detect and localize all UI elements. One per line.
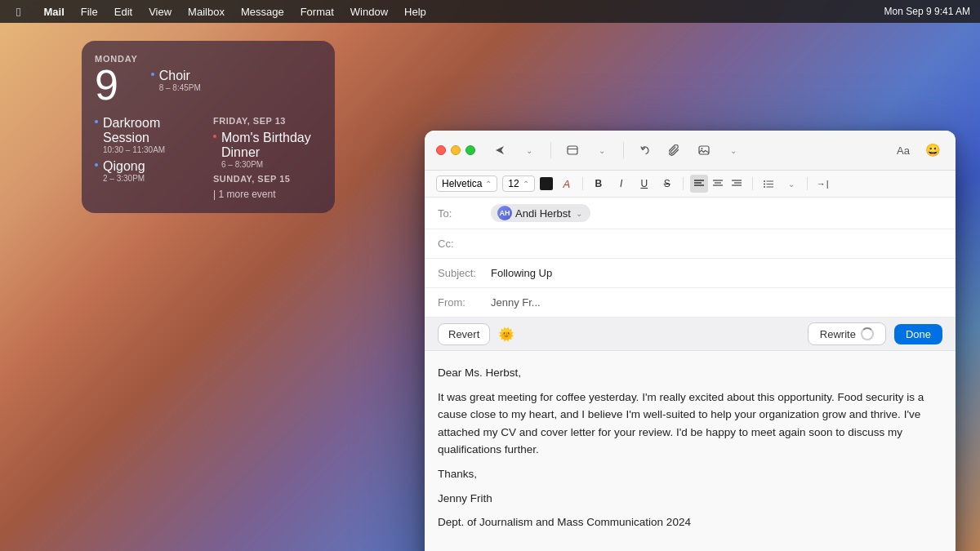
menu-bar:  Mail File Edit View Mailbox Message Fo… — [0, 0, 980, 23]
ai-revert-button[interactable]: Revert — [438, 323, 490, 345]
recipient-chip[interactable]: AH Andi Herbst ⌄ — [491, 204, 590, 222]
menu-help[interactable]: Help — [398, 4, 433, 20]
svg-point-3 — [702, 148, 703, 149]
recipient-chevron-icon: ⌄ — [576, 209, 582, 218]
format-options-chevron[interactable]: ⌄ — [590, 139, 613, 162]
cal-dot-choir — [151, 73, 154, 76]
font-name: Helvetica — [442, 178, 482, 189]
cc-label: Cc: — [438, 238, 491, 250]
menu-format[interactable]: Format — [294, 4, 341, 20]
size-chevron-icon: ⌃ — [523, 180, 529, 189]
cal-left-col: Darkroom Session 10:30 – 11:30AM Qigong … — [95, 116, 203, 200]
cal-event-time-choir: 8 – 8:45PM — [159, 83, 201, 92]
cal-darkroom: Darkroom Session 10:30 – 11:30AM — [95, 116, 203, 154]
cal-monday-events: Choir 8 – 8:45PM — [151, 54, 322, 106]
body-closing: Thanks, — [438, 465, 942, 483]
menu-mail[interactable]: Mail — [37, 4, 70, 20]
recipient-name: Andi Herbst — [515, 207, 571, 220]
cal-more-events: 1 more event — [213, 189, 322, 200]
menu-view[interactable]: View — [142, 4, 178, 20]
font-select[interactable]: Helvetica ⌃ — [436, 176, 497, 192]
cal-right-col: FRIDAY, SEP 13 Mom's Birthday Dinner 6 –… — [213, 116, 322, 200]
list-chevron[interactable]: ⌄ — [782, 175, 800, 193]
subject-field-row[interactable]: Subject: Following Up — [425, 259, 956, 288]
body-salutation: Dear Ms. Herbst, — [438, 364, 942, 382]
send-chevron[interactable]: ⌄ — [518, 139, 541, 162]
maximize-button[interactable] — [466, 145, 475, 155]
align-group — [690, 175, 746, 193]
ai-done-button[interactable]: Done — [894, 324, 942, 344]
menu-window[interactable]: Window — [344, 4, 394, 20]
cal-qigong-time: 2 – 3:30PM — [103, 174, 145, 183]
size-select[interactable]: 12 ⌃ — [502, 176, 534, 192]
traffic-lights — [436, 145, 475, 155]
menu-mailbox[interactable]: Mailbox — [181, 4, 231, 20]
emoji-button[interactable]: 😀 — [921, 139, 944, 162]
photos-button[interactable] — [693, 139, 715, 162]
cal-qigong: Qigong 2 – 3:30PM — [95, 159, 203, 183]
body-dept: Dept. of Journalism and Mass Communicati… — [438, 513, 942, 531]
undo-button[interactable] — [634, 139, 657, 162]
bold-button[interactable]: B — [590, 175, 608, 193]
cal-friday-label: FRIDAY, SEP 13 — [213, 116, 322, 126]
svg-point-13 — [764, 180, 765, 182]
align-left-button[interactable] — [690, 175, 708, 193]
from-field-row[interactable]: From: Jenny Fr... — [425, 288, 956, 318]
cal-event-choir: Choir 8 – 8:45PM — [151, 69, 322, 92]
photos-chevron[interactable]: ⌄ — [722, 139, 745, 162]
cal-day-num: 9 — [95, 64, 118, 106]
menu-file[interactable]: File — [74, 4, 105, 20]
menu-edit[interactable]: Edit — [108, 4, 139, 20]
toolbar-sep-1 — [550, 142, 551, 158]
svg-rect-0 — [568, 146, 577, 154]
align-center-button[interactable] — [709, 175, 727, 193]
font-chevron-icon: ⌃ — [485, 180, 492, 189]
menu-bar-clock: Mon Sep 9 9:41 AM — [884, 6, 970, 17]
mail-fields: To: AH Andi Herbst ⌄ Cc: Subject: Follow… — [425, 198, 956, 318]
format-sep-3 — [752, 177, 753, 190]
to-value[interactable]: AH Andi Herbst ⌄ — [491, 204, 942, 222]
cal-dinner-time: 6 – 8:30PM — [221, 160, 322, 169]
italic-a-button[interactable]: A — [558, 175, 576, 193]
text-format-button[interactable]: Aa — [892, 139, 915, 162]
ai-rewrite-button[interactable]: Rewrite — [808, 322, 886, 345]
send-button[interactable] — [488, 139, 511, 162]
message-options-button[interactable] — [561, 139, 584, 162]
underline-button[interactable]: U — [635, 175, 653, 193]
cal-dinner-name: Mom's Birthday Dinner — [221, 131, 322, 160]
subject-label: Subject: — [438, 267, 491, 279]
ai-emoji-icon[interactable]: 🌞 — [498, 327, 514, 342]
cc-field-row[interactable]: Cc: — [425, 229, 956, 259]
format-sep-2 — [683, 177, 684, 190]
strikethrough-button[interactable]: S — [658, 175, 676, 193]
ai-progress-icon — [861, 327, 874, 340]
cal-header: MONDAY 9 Choir 8 – 8:45PM — [95, 54, 322, 106]
align-right-button[interactable] — [728, 175, 746, 193]
mail-body[interactable]: Dear Ms. Herbst, It was great meeting fo… — [425, 351, 956, 551]
cal-darkroom-time: 10:30 – 11:30AM — [103, 145, 203, 154]
body-name: Jenny Frith — [438, 490, 942, 508]
svg-point-17 — [764, 186, 765, 188]
list-options-button[interactable] — [760, 175, 777, 193]
menu-message[interactable]: Message — [234, 4, 291, 20]
to-field-row: To: AH Andi Herbst ⌄ — [425, 198, 956, 229]
format-bar: Helvetica ⌃ 12 ⌃ A B I U S — [425, 171, 956, 198]
close-button[interactable] — [436, 145, 446, 155]
cal-date-big: MONDAY 9 — [95, 54, 138, 106]
apple-menu[interactable]:  — [10, 3, 27, 20]
ai-rewrite-label: Rewrite — [820, 328, 856, 340]
from-value[interactable]: Jenny Fr... — [491, 296, 942, 309]
svg-rect-2 — [699, 146, 709, 154]
more-format-button[interactable]: →| — [814, 175, 832, 193]
attach-button[interactable] — [663, 139, 686, 162]
svg-point-15 — [764, 184, 765, 185]
cal-dot-darkroom — [95, 120, 98, 123]
subject-value[interactable]: Following Up — [491, 267, 942, 279]
color-swatch[interactable] — [540, 177, 553, 190]
italic-button[interactable]: I — [612, 175, 630, 193]
from-label: From: — [438, 296, 491, 309]
cal-darkroom-name: Darkroom Session — [103, 116, 203, 145]
menu-bar-right: Mon Sep 9 9:41 AM — [884, 6, 970, 17]
minimize-button[interactable] — [451, 145, 461, 155]
format-sep-1 — [582, 177, 583, 190]
